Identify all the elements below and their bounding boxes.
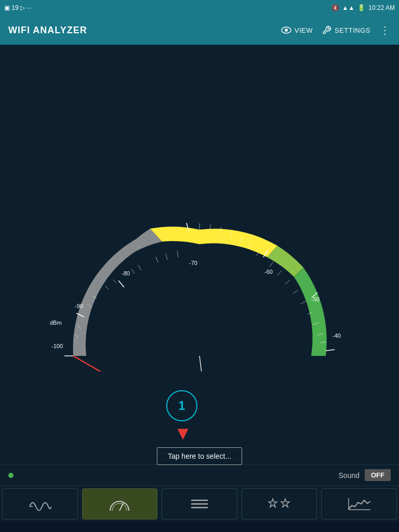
wifi-icon: ▲▲ bbox=[342, 4, 355, 11]
sound-bar: Sound OFF bbox=[0, 464, 399, 485]
svg-text:dBm: dBm bbox=[50, 320, 62, 326]
svg-text:-80: -80 bbox=[122, 270, 130, 276]
status-right: 🔇 ▲▲ 🔋 10:22 AM bbox=[331, 4, 395, 11]
svg-line-22 bbox=[113, 280, 116, 283]
nav-item-star[interactable] bbox=[242, 488, 317, 520]
svg-line-26 bbox=[166, 254, 167, 260]
gauge-container: dBm -100 -90 -80 -70 -60 -50 -40 bbox=[23, 153, 376, 371]
svg-text:-40: -40 bbox=[332, 332, 341, 339]
svg-line-37 bbox=[285, 280, 290, 284]
connection-dot bbox=[8, 473, 14, 478]
view-button[interactable]: VIEW bbox=[281, 26, 313, 34]
eye-icon bbox=[281, 26, 291, 34]
svg-point-1 bbox=[285, 29, 288, 32]
mute-icon: 🔇 bbox=[331, 4, 339, 11]
svg-text:-60: -60 bbox=[264, 269, 273, 275]
main-content: dBm -100 -90 -80 -70 -60 -50 -40 bbox=[0, 45, 399, 464]
nav-item-timegraph[interactable] bbox=[321, 488, 397, 520]
sound-controls: Sound OFF bbox=[339, 469, 391, 481]
gauge-svg: dBm -100 -90 -80 -70 -60 -50 -40 bbox=[23, 153, 376, 371]
svg-line-24 bbox=[138, 265, 141, 270]
svg-line-39 bbox=[301, 301, 306, 304]
status-left: ▣ 19 ▷ ··· bbox=[4, 4, 32, 11]
time-graph-icon bbox=[348, 496, 370, 512]
settings-icon bbox=[322, 25, 331, 35]
gauge-icon bbox=[108, 496, 131, 512]
overflow-menu-button[interactable]: ⋮ bbox=[380, 24, 391, 36]
svg-line-16 bbox=[326, 350, 335, 351]
tap-select-button[interactable]: Tap here to select... bbox=[157, 447, 242, 465]
settings-button[interactable]: SETTINGS bbox=[322, 25, 370, 35]
app-title: WIFI ANALYZER bbox=[8, 25, 281, 36]
svg-line-12 bbox=[118, 281, 124, 287]
sound-toggle-button[interactable]: OFF bbox=[365, 469, 391, 481]
status-icons: ▣ 19 ▷ ··· bbox=[4, 4, 32, 11]
svg-line-38 bbox=[293, 290, 298, 294]
svg-text:-70: -70 bbox=[189, 260, 197, 266]
nav-item-gauge[interactable] bbox=[82, 488, 158, 520]
app-bar: WIFI ANALYZER VIEW SETTINGS ⋮ bbox=[0, 16, 399, 45]
down-arrow-icon: ▼ bbox=[174, 424, 192, 443]
svg-line-35 bbox=[270, 262, 273, 267]
svg-line-21 bbox=[105, 286, 109, 289]
svg-line-36 bbox=[277, 271, 282, 275]
svg-text:-90: -90 bbox=[75, 303, 83, 309]
app-bar-actions: VIEW SETTINGS ⋮ bbox=[281, 24, 391, 36]
svg-line-45 bbox=[200, 356, 220, 371]
svg-line-25 bbox=[156, 257, 158, 262]
needle-number: 1 bbox=[178, 398, 185, 413]
svg-line-27 bbox=[177, 251, 178, 257]
svg-text:-100: -100 bbox=[51, 343, 63, 349]
bottom-nav bbox=[0, 485, 399, 522]
nav-item-wave[interactable] bbox=[2, 488, 78, 520]
wave-graph-icon bbox=[29, 496, 51, 512]
star-icon bbox=[265, 496, 294, 512]
sound-label: Sound bbox=[339, 471, 360, 480]
needle-badge: 1 bbox=[166, 390, 197, 421]
battery-icon: 🔋 bbox=[357, 4, 365, 11]
nav-item-list[interactable] bbox=[162, 488, 237, 520]
clock: 10:22 AM bbox=[368, 4, 395, 11]
status-bar: ▣ 19 ▷ ··· 🔇 ▲▲ 🔋 10:22 AM bbox=[0, 0, 399, 16]
svg-line-23 bbox=[131, 269, 135, 274]
svg-line-44 bbox=[73, 356, 114, 371]
list-icon bbox=[188, 496, 211, 512]
